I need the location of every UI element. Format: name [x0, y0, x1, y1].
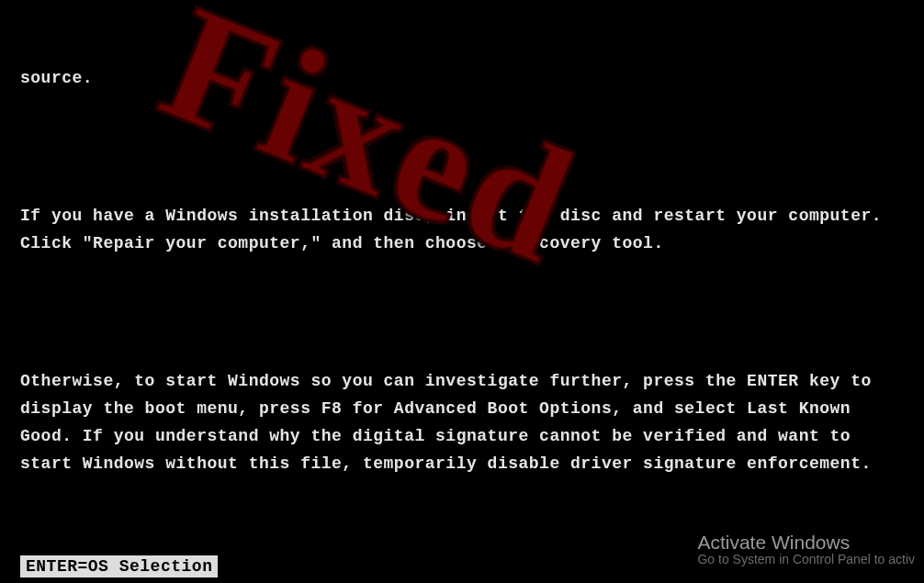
activate-subtext: Go to System in Control Panel to activ	[697, 552, 915, 566]
body-text: source. If you have a Windows installati…	[0, 0, 924, 583]
boot-error-screen: source. If you have a Windows installati…	[0, 0, 924, 583]
activate-title: Activate Windows	[697, 532, 915, 554]
instruction-paragraph-2: Otherwise, to start Windows so you can i…	[20, 367, 904, 477]
activate-windows-watermark: Activate Windows Go to System in Control…	[697, 532, 915, 566]
enter-os-selection-bar[interactable]: ENTER=OS Selection	[20, 555, 218, 577]
prev-paragraph-tail: source.	[20, 64, 904, 92]
instruction-paragraph-1: If you have a Windows installation disc,…	[20, 202, 904, 257]
